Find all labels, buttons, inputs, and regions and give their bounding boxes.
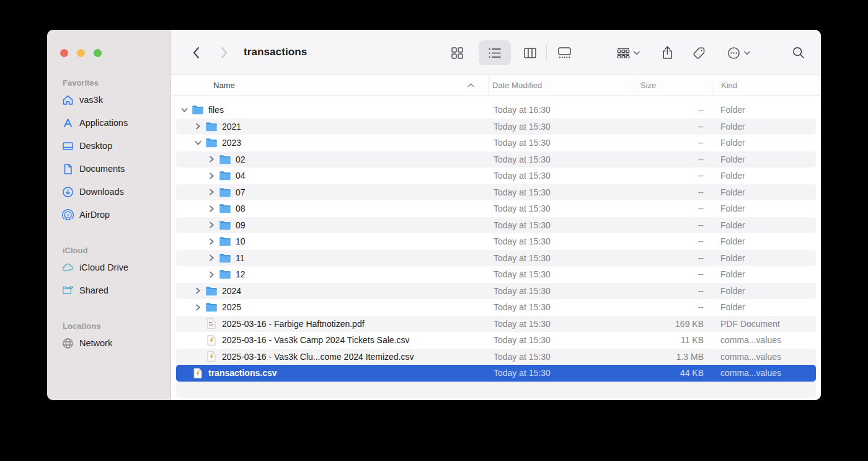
sidebar-item-icloud-drive[interactable]: iCloud Drive xyxy=(47,260,170,275)
date-modified: Today at 15:30 xyxy=(488,269,634,279)
folder-row-2025[interactable]: 2025 Today at 15:30 -- Folder xyxy=(176,299,816,316)
empty-row xyxy=(176,382,816,398)
file-kind: Folder xyxy=(712,220,816,230)
file-row-2025-03-16-vas3k-camp-2024-tickets-sale-csv[interactable]: 2025-03-16 - Vas3k Camp 2024 Tickets Sal… xyxy=(176,332,816,349)
icon-view-icon xyxy=(451,47,463,59)
file-row-2025-03-16-vas3k-clu-come-2024-itemized-csv[interactable]: 2025-03-16 - Vas3k Clu...come 2024 Itemi… xyxy=(176,349,816,365)
icon-view-button[interactable] xyxy=(445,40,469,65)
column-header-size[interactable]: Size xyxy=(634,75,712,95)
file-name: files xyxy=(208,105,224,115)
sidebar-item-documents[interactable]: Documents xyxy=(47,161,170,176)
sidebar-item-shared[interactable]: Shared xyxy=(47,283,170,298)
share-button[interactable] xyxy=(655,40,680,65)
gallery-view-button[interactable] xyxy=(552,40,577,65)
file-list: files Today at 16:30 -- Folder 2021 Toda… xyxy=(171,96,821,400)
folder-row-04[interactable]: 04 Today at 15:30 -- Folder xyxy=(176,168,816,184)
folder-row-02[interactable]: 02 Today at 15:30 -- Folder xyxy=(176,151,816,168)
file-name: 2023 xyxy=(222,138,241,148)
column-header-name[interactable]: Name xyxy=(171,75,488,95)
folder-row-files[interactable]: files Today at 16:30 -- Folder xyxy=(176,102,816,119)
file-size: 169 KB xyxy=(634,319,712,329)
main-pane: transactions xyxy=(171,30,821,400)
sidebar-section-gap xyxy=(47,230,170,245)
disclosure-open-icon[interactable] xyxy=(180,105,188,114)
tags-button[interactable] xyxy=(686,40,711,65)
sidebar-item-network[interactable]: Network xyxy=(47,336,170,351)
date-modified: Today at 15:30 xyxy=(488,253,634,263)
traffic-lights xyxy=(60,49,102,57)
date-modified: Today at 15:30 xyxy=(488,286,634,296)
tags-icon xyxy=(693,47,706,60)
sidebar-item-airdrop[interactable]: AirDrop xyxy=(47,207,170,222)
disclosure-closed-icon[interactable] xyxy=(207,221,216,230)
disclosure-closed-icon[interactable] xyxy=(207,237,216,246)
list-view-icon xyxy=(489,48,501,58)
folder-row-08[interactable]: 08 Today at 15:30 -- Folder xyxy=(176,200,816,217)
minimize-button[interactable] xyxy=(77,49,85,57)
back-icon xyxy=(192,46,201,60)
file-kind: comma...values xyxy=(712,368,816,378)
file-name: transactions.csv xyxy=(208,368,277,378)
disclosure-placeholder xyxy=(193,336,202,344)
disclosure-open-icon[interactable] xyxy=(193,138,202,147)
close-button[interactable] xyxy=(60,49,68,57)
home-icon xyxy=(62,94,74,106)
folder-row-2023[interactable]: 2023 Today at 15:30 -- Folder xyxy=(176,135,816,151)
file-row-transactions-csv[interactable]: transactions.csv Today at 15:30 44 KB co… xyxy=(176,365,816,382)
sidebar-section-header: iCloud xyxy=(47,245,170,256)
disclosure-closed-icon[interactable] xyxy=(207,204,216,213)
sidebar-section-header: Favorites xyxy=(47,78,170,88)
folder-row-10[interactable]: 10 Today at 15:30 -- Folder xyxy=(176,233,816,250)
sidebar-item-downloads[interactable]: Downloads xyxy=(47,184,170,199)
zoom-button[interactable] xyxy=(94,49,102,57)
disclosure-closed-icon[interactable] xyxy=(193,122,202,131)
column-view-button[interactable] xyxy=(518,40,542,65)
disclosure-closed-icon[interactable] xyxy=(193,287,202,295)
folder-row-09[interactable]: 09 Today at 15:30 -- Folder xyxy=(176,217,816,234)
search-button[interactable] xyxy=(786,40,811,65)
disclosure-closed-icon[interactable] xyxy=(207,254,216,262)
file-size: -- xyxy=(634,269,712,279)
documents-icon xyxy=(62,163,74,175)
folder-icon xyxy=(219,171,231,181)
folder-row-2024[interactable]: 2024 Today at 15:30 -- Folder xyxy=(176,283,816,300)
more-button[interactable] xyxy=(719,40,758,65)
sidebar-section-gap xyxy=(47,306,170,321)
pdf-file-icon xyxy=(205,318,218,329)
chevron-down-icon xyxy=(634,51,640,55)
file-kind: Folder xyxy=(712,253,816,263)
sidebar-item-applications[interactable]: Applications xyxy=(47,115,170,130)
folder-row-11[interactable]: 11 Today at 15:30 -- Folder xyxy=(176,250,816,267)
folder-row-07[interactable]: 07 Today at 15:30 -- Folder xyxy=(176,184,816,201)
disclosure-closed-icon[interactable] xyxy=(207,171,216,180)
sidebar-item-desktop[interactable]: Desktop xyxy=(47,138,170,153)
date-modified: Today at 15:30 xyxy=(488,138,634,148)
folder-icon xyxy=(219,154,231,164)
group-button[interactable] xyxy=(608,40,648,65)
disclosure-closed-icon[interactable] xyxy=(193,303,202,311)
file-kind: Folder xyxy=(712,236,816,246)
disclosure-closed-icon[interactable] xyxy=(207,270,216,279)
folder-icon xyxy=(219,204,231,214)
back-button[interactable] xyxy=(184,40,208,65)
toolbar-separator xyxy=(546,44,547,60)
sidebar-item-vas3k[interactable]: vas3k xyxy=(47,92,170,107)
date-modified: Today at 15:30 xyxy=(488,335,634,345)
disclosure-closed-icon[interactable] xyxy=(207,188,216,197)
file-name: 2025-03-16 - Farbige Haftnotizen.pdf xyxy=(222,319,365,329)
file-size: -- xyxy=(634,138,712,148)
file-size: -- xyxy=(634,122,712,132)
disclosure-closed-icon[interactable] xyxy=(207,155,216,164)
sidebar-section: Favorites vas3k Applications Desktop Doc… xyxy=(47,78,170,245)
folder-icon xyxy=(205,285,218,296)
forward-button[interactable] xyxy=(211,40,236,65)
folder-row-12[interactable]: 12 Today at 15:30 -- Folder xyxy=(176,266,816,283)
column-header-kind[interactable]: Kind xyxy=(712,75,821,95)
folder-row-2021[interactable]: 2021 Today at 15:30 -- Folder xyxy=(176,119,816,135)
file-size: 44 KB xyxy=(634,368,712,378)
file-row-2025-03-16-farbige-haftnotizen-pdf[interactable]: 2025-03-16 - Farbige Haftnotizen.pdf Tod… xyxy=(176,316,816,333)
column-header-date-modified[interactable]: Date Modified xyxy=(488,75,634,95)
list-view-button[interactable] xyxy=(479,40,511,65)
disclosure-placeholder xyxy=(180,369,188,377)
file-name: 2021 xyxy=(222,122,241,132)
